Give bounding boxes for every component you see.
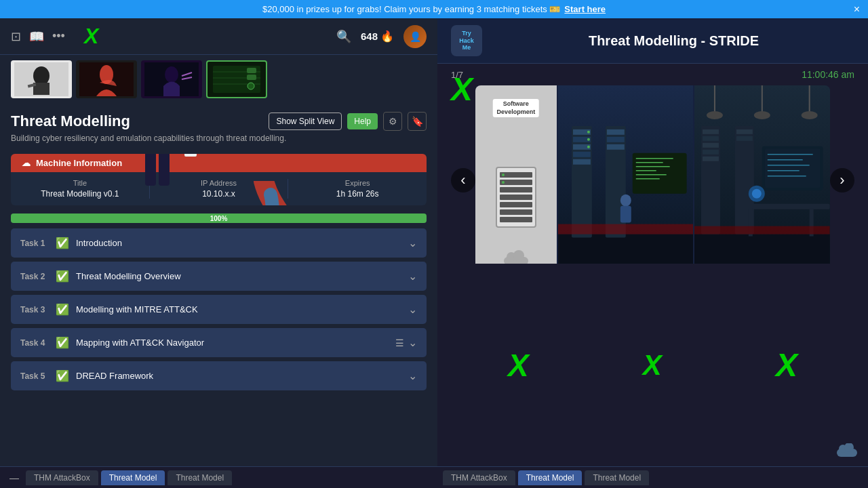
book-icon[interactable]: 📖	[29, 29, 44, 44]
svg-rect-51	[607, 129, 625, 135]
svg-point-70	[802, 111, 818, 119]
right-tab-0[interactable]: THM AttackBox	[443, 470, 515, 485]
rack-unit-2	[500, 180, 532, 185]
rack-unit-5	[500, 202, 532, 207]
x-mark-bottom-left: X	[508, 347, 529, 384]
banner-close-button[interactable]: ×	[854, 3, 860, 16]
machine-info-body: Title Threat Modelling v0.1 IP Address 1…	[11, 172, 427, 205]
task-num: Task 2	[20, 272, 49, 281]
svg-point-47	[587, 131, 590, 134]
svg-rect-52	[607, 137, 625, 142]
nav-bar: ⊡ 📖 ••• X 🔍 648 🔥 👤	[0, 18, 437, 55]
right-tab-2[interactable]: Threat Model	[585, 470, 649, 485]
user-avatar[interactable]: 👤	[403, 25, 427, 48]
thm-logo-left: X	[84, 24, 98, 49]
task-check-icon: ✅	[56, 336, 69, 349]
tab-0[interactable]: THM AttackBox	[26, 470, 98, 485]
search-icon[interactable]: 🔍	[336, 29, 351, 44]
tab-1[interactable]: Threat Model	[101, 470, 165, 485]
tab-2[interactable]: Threat Model	[167, 470, 232, 485]
svg-rect-76	[703, 157, 719, 161]
more-icon[interactable]: •••	[52, 29, 65, 43]
task-check-icon: ✅	[56, 237, 69, 249]
chevron-icon: ⌄	[408, 369, 417, 382]
cloud-icon-bottom	[504, 250, 528, 264]
slide-time: 11:00:46 am	[802, 69, 854, 80]
chevron-icon: ⌄	[408, 303, 417, 316]
bookmark-icon[interactable]: 🔖	[408, 112, 427, 131]
svg-point-68	[754, 111, 770, 119]
svg-rect-63	[558, 224, 694, 235]
slideshow-container: ‹ Software Development	[451, 85, 854, 264]
task-title: Introduction	[76, 238, 401, 248]
info-expires-col: Expires 1h 16m 26s	[288, 179, 427, 199]
right-tab-1[interactable]: Threat Model	[518, 470, 583, 485]
rack-unit-4	[500, 195, 532, 200]
task-item-2[interactable]: Task 2 ✅ Threat Modelling Overview ⌄	[11, 262, 427, 291]
task-num: Task 1	[20, 239, 49, 248]
banner-link[interactable]: Start here	[564, 4, 606, 14]
course-subtitle: Building cyber resiliency and emulation …	[11, 134, 427, 143]
thumb-4[interactable]	[206, 60, 267, 98]
title-label: Title	[18, 179, 142, 187]
progress-label: 100%	[210, 215, 228, 222]
chevron-icon: ⌄	[408, 270, 417, 283]
machine-info-header: ☁ Machine Information	[11, 154, 427, 172]
slide-panel-dc2	[694, 85, 830, 264]
minimize-button[interactable]: —	[5, 471, 23, 485]
split-view-button[interactable]: Show Split View	[269, 113, 342, 130]
banner-text: $20,000 in prizes up for grabs! Claim yo…	[262, 4, 560, 14]
svg-point-17	[248, 83, 254, 89]
task-icons: ⌄	[408, 369, 417, 382]
machine-info-card: ☁ Machine Information Title Threat Model…	[11, 154, 427, 205]
info-title-col: Title Threat Modelling v0.1	[11, 179, 150, 199]
bottom-tabs: — THM AttackBoxThreat ModelThreat Model	[0, 466, 437, 488]
task-item-5[interactable]: Task 5 ✅ DREAD Framework ⌄	[11, 361, 427, 390]
svg-rect-89	[735, 204, 830, 209]
rack-unit-6	[500, 209, 532, 215]
svg-rect-71	[701, 126, 720, 235]
svg-rect-64	[694, 235, 830, 264]
main-layout: ⊡ 📖 ••• X 🔍 648 🔥 👤	[0, 18, 868, 488]
svg-rect-92	[694, 226, 830, 235]
thumb-1[interactable]	[11, 60, 72, 98]
svg-rect-78	[736, 129, 753, 134]
svg-point-61	[620, 195, 631, 207]
help-button[interactable]: Help	[347, 113, 378, 129]
machine-info-title: Machine Information	[36, 158, 122, 168]
expires-label: Expires	[295, 179, 420, 187]
svg-rect-45	[573, 152, 591, 157]
svg-point-7	[165, 66, 178, 83]
svg-point-39	[513, 250, 524, 261]
thumb-2[interactable]	[76, 60, 137, 98]
window-icon[interactable]: ⊡	[11, 29, 21, 44]
bottom-x-row: X X X	[437, 264, 868, 466]
prev-slide-button[interactable]: ‹	[451, 168, 475, 192]
course-title: Threat Modelling	[11, 113, 130, 130]
task-title: DREAD Framework	[76, 371, 401, 381]
expires-value: 1h 16m 26s	[295, 189, 420, 199]
svg-rect-73	[703, 136, 719, 141]
settings-icon[interactable]: ⚙	[383, 112, 402, 131]
rack-unit-7	[500, 217, 532, 222]
right-panel: TryHackMe Threat Modelling - STRIDE X 1/…	[437, 18, 868, 488]
svg-point-48	[587, 138, 590, 141]
server-rack	[496, 167, 536, 228]
promo-banner: $20,000 in prizes up for grabs! Claim yo…	[0, 0, 868, 18]
progress-bar-container: 100%	[11, 214, 427, 223]
task-title: Threat Modelling Overview	[76, 271, 401, 281]
course-thumbnails	[0, 55, 437, 104]
cloud-machine-icon: ☁	[22, 158, 31, 168]
task-title: Modelling with MITRE ATT&CK	[76, 304, 401, 314]
svg-rect-53	[607, 144, 625, 150]
thm-logo-icon: TryHackMe	[451, 25, 482, 56]
svg-rect-72	[703, 129, 719, 134]
thumb-3[interactable]	[141, 60, 202, 98]
left-panel: ⊡ 📖 ••• X 🔍 648 🔥 👤	[0, 18, 437, 488]
task-check-icon: ✅	[56, 303, 69, 316]
next-slide-button[interactable]: ›	[830, 168, 854, 192]
task-icons: ⌄	[408, 237, 417, 249]
task-item-3[interactable]: Task 3 ✅ Modelling with MITRE ATT&CK ⌄	[11, 295, 427, 324]
task-item-1[interactable]: Task 1 ✅ Introduction ⌄	[11, 228, 427, 258]
task-item-4[interactable]: Task 4 ✅ Mapping with ATT&CK Navigator ☰…	[11, 328, 427, 357]
